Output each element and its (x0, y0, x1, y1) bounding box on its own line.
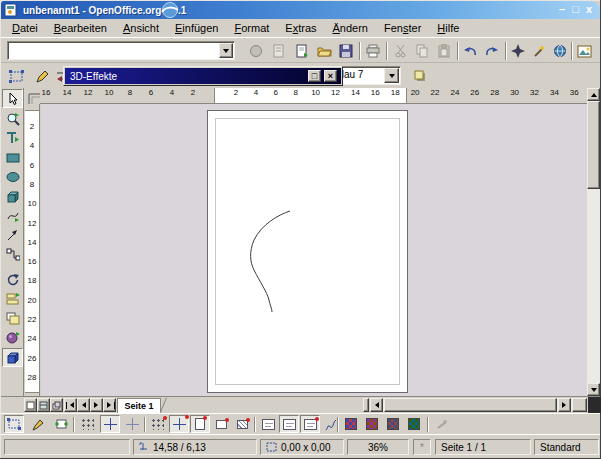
grid-visible-button[interactable] (78, 415, 98, 433)
alignment-tool[interactable] (2, 289, 23, 308)
snap-to-margins-button[interactable] (190, 415, 210, 433)
text-tool[interactable] (2, 128, 23, 147)
doubleclick-text-button[interactable] (300, 415, 320, 433)
minimize-button[interactable]: – (559, 2, 565, 17)
status-zoom[interactable]: 36% (347, 439, 409, 455)
hyperlink-button[interactable] (550, 41, 570, 61)
panel-restore-button[interactable]: □ (308, 70, 321, 82)
undo-button[interactable] (460, 41, 480, 61)
stop-loading-button[interactable] (246, 41, 266, 61)
page[interactable] (207, 110, 408, 393)
menu-ansicht[interactable]: Ansicht (115, 20, 167, 37)
menu-einfgen[interactable]: Einfügen (167, 20, 226, 37)
stylist-button[interactable] (529, 41, 549, 61)
open-button[interactable] (314, 41, 334, 61)
edit-points-toggle[interactable] (4, 415, 24, 433)
3d-objects-tool[interactable] (2, 187, 23, 206)
menu-hilfe[interactable]: Hilfe (429, 20, 467, 37)
page-tab-seite1[interactable]: Seite 1 (117, 398, 161, 413)
guides-when-moving-button[interactable] (122, 415, 142, 433)
arrange-tool[interactable] (2, 309, 23, 328)
print-button[interactable] (363, 41, 383, 61)
zoom-value: 36% (368, 442, 388, 453)
effects-tool[interactable] (2, 328, 23, 347)
bezier-pen-button[interactable] (31, 66, 51, 86)
gallery-button[interactable] (574, 41, 594, 61)
paste-button[interactable] (434, 41, 454, 61)
next-page-button[interactable] (90, 398, 103, 412)
select-tool[interactable] (2, 89, 23, 108)
menu-fenster[interactable]: Fenster (376, 20, 429, 37)
rotate-tool[interactable] (2, 270, 23, 289)
menu-datei[interactable]: Datei (4, 20, 46, 37)
vertical-scroll-thumb[interactable] (587, 101, 600, 189)
snap-to-snaplines-button[interactable] (169, 415, 189, 433)
lines-arrows-tool[interactable] (2, 226, 23, 245)
menu-format[interactable]: Format (226, 20, 277, 37)
vertical-ruler[interactable]: 246810121416182022242628 (25, 104, 40, 396)
panel-close-button[interactable]: × (324, 70, 337, 82)
quick-edit-button[interactable] (258, 415, 278, 433)
snap-to-grid-button[interactable] (148, 415, 168, 433)
handles-style-3-button[interactable] (383, 415, 403, 433)
cut-button[interactable] (390, 41, 410, 61)
url-input[interactable] (7, 41, 235, 60)
handles-style-1-button[interactable] (341, 415, 361, 433)
dropdown-button[interactable] (384, 68, 399, 83)
scroll-right-button[interactable] (558, 398, 571, 412)
maximize-button[interactable]: □ (572, 2, 579, 17)
text-area-only-button[interactable] (279, 415, 299, 433)
status-size[interactable]: 0,00 x 0,00 (260, 439, 344, 455)
resize-corner[interactable] (588, 397, 601, 413)
layer-view-button[interactable] (50, 398, 63, 412)
menu-ndern[interactable]: Ändern (325, 20, 376, 37)
handles-style-2-button[interactable] (362, 415, 382, 433)
exit-all-groups-button[interactable] (432, 415, 452, 433)
status-page[interactable]: Seite 1 / 1 (435, 439, 531, 455)
ellipse-tool[interactable] (2, 167, 23, 186)
horizontal-scroll-thumb[interactable] (384, 398, 557, 412)
3d-controller-tool[interactable] (2, 348, 23, 367)
first-page-button[interactable] (64, 398, 77, 412)
url-dropdown-button[interactable] (219, 43, 233, 58)
snap-to-object-points-button[interactable] (232, 415, 252, 433)
new-document-button[interactable] (292, 41, 312, 61)
drawing-canvas[interactable] (41, 104, 587, 396)
previous-page-button[interactable] (77, 398, 90, 412)
rectangle-tool[interactable] (2, 148, 23, 167)
titlebar[interactable]: unbenannt1 - OpenOffice.org 1.0.1 – □ x (1, 1, 600, 19)
3d-effects-titlebar[interactable]: 3D-Effekte □ × (65, 68, 341, 84)
save-button[interactable] (336, 41, 356, 61)
vertical-scrollbar[interactable] (587, 88, 600, 396)
scroll-left-button[interactable] (370, 398, 383, 412)
navigator-button[interactable] (508, 41, 528, 61)
status-style[interactable]: Standard (534, 439, 599, 455)
rotation-mode-button[interactable] (27, 415, 47, 433)
gluepoints-button[interactable] (51, 415, 71, 433)
openoffice-logo-icon (156, 2, 184, 18)
shadow-toggle-button[interactable] (411, 67, 429, 85)
master-view-button[interactable] (37, 398, 50, 412)
last-page-button[interactable] (103, 398, 116, 412)
curve-tool[interactable] (2, 206, 23, 225)
snaplines-visible-button[interactable] (100, 415, 120, 433)
zoom-tool[interactable] (2, 109, 23, 128)
drawn-curve[interactable] (208, 111, 409, 394)
scroll-down-button[interactable] (587, 383, 600, 396)
menu-extras[interactable]: Extras (277, 20, 324, 37)
redo-button[interactable] (482, 41, 502, 61)
edit-file-button[interactable] (269, 41, 289, 61)
page-view-button[interactable] (24, 398, 37, 412)
handles-style-4-button[interactable] (404, 415, 424, 433)
connector-tool[interactable] (2, 245, 23, 264)
menu-bearbeiten[interactable]: Bearbeiten (46, 20, 115, 37)
horizontal-ruler[interactable]: 1614121086422468101214161820222426283032… (40, 88, 587, 104)
snap-to-object-border-button[interactable] (211, 415, 231, 433)
3d-effects-panel[interactable]: 3D-Effekte □ × (63, 66, 343, 86)
tab-splitter[interactable] (363, 398, 369, 412)
status-position[interactable]: 14,58 / 6,13 (133, 439, 257, 455)
scroll-up-button[interactable] (587, 88, 600, 101)
edit-points-button[interactable] (5, 66, 27, 86)
copy-button[interactable] (412, 41, 432, 61)
close-button[interactable]: x (586, 2, 592, 17)
